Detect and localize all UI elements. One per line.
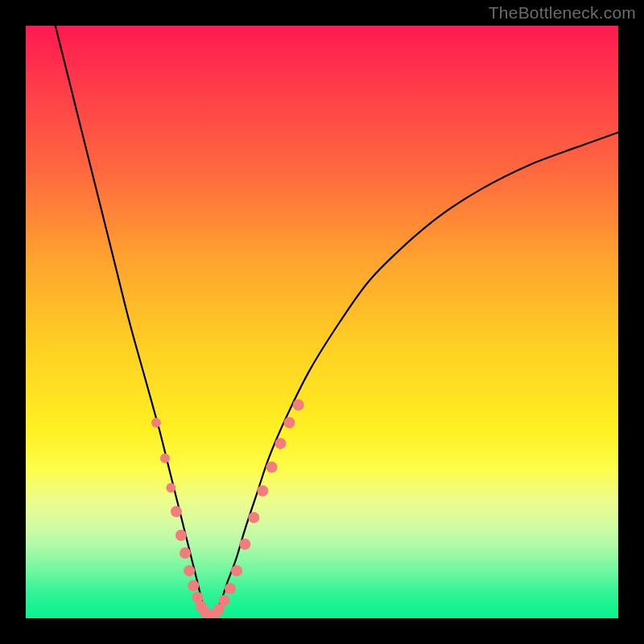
- data-marker: [184, 565, 195, 576]
- data-marker: [225, 583, 236, 594]
- marker-group: [151, 399, 304, 618]
- data-marker: [166, 483, 175, 493]
- data-marker: [257, 485, 268, 497]
- watermark-text: TheBottleneck.com: [489, 3, 636, 23]
- data-marker: [175, 530, 187, 541]
- data-marker: [180, 547, 191, 559]
- data-marker: [171, 506, 182, 518]
- data-marker: [266, 461, 277, 473]
- plot-area: [26, 26, 618, 618]
- data-marker: [248, 512, 259, 523]
- chart-canvas: TheBottleneck.com: [0, 0, 644, 644]
- data-marker: [231, 565, 242, 576]
- chart-svg-layer: [26, 26, 618, 618]
- data-marker: [275, 438, 286, 449]
- data-marker: [151, 418, 161, 427]
- data-marker: [219, 595, 230, 606]
- data-marker: [284, 417, 295, 428]
- data-marker: [160, 453, 170, 463]
- bottleneck-curve: [56, 26, 618, 618]
- data-marker: [188, 580, 199, 592]
- data-marker: [293, 399, 304, 411]
- data-marker: [239, 539, 250, 550]
